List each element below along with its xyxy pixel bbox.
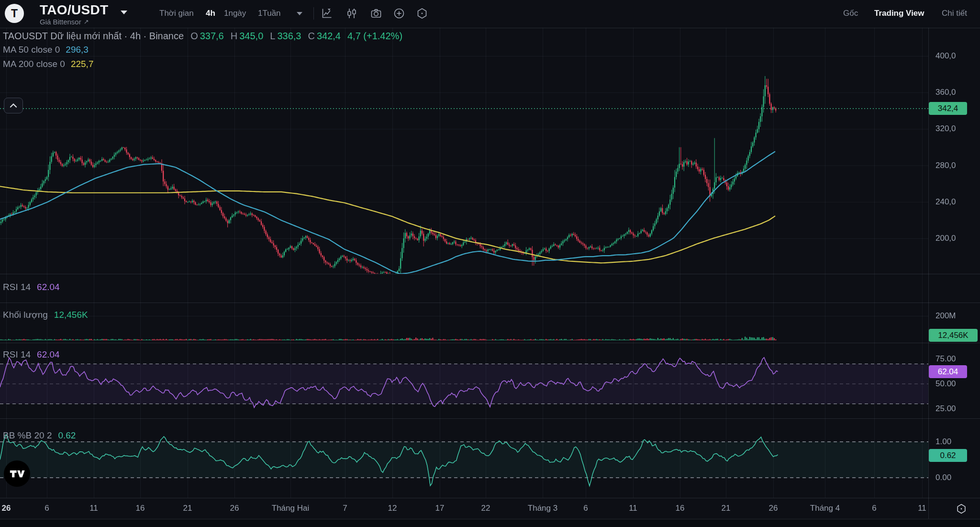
hexagon-dot-icon — [416, 7, 428, 20]
ma200-value: 225,7 — [71, 59, 94, 69]
tradingview-logo[interactable] — [4, 460, 30, 487]
time-axis-label: 26 — [230, 504, 239, 513]
price-axis-label: 320,0 — [935, 124, 956, 134]
candlestick-icon — [345, 7, 358, 20]
rsi-label: RSI 14 — [3, 349, 31, 360]
time-axis-label: 11 — [918, 504, 926, 513]
chart-settings-button[interactable] — [415, 7, 429, 20]
ma200-label: MA 200 close 0 — [3, 59, 65, 69]
volume-value: 12,456K — [54, 310, 88, 320]
rsi-axis-label: 25.00 — [935, 404, 956, 414]
price-axis-label: 240,0 — [935, 197, 956, 207]
legend-title[interactable]: TAOUSDT Dữ liệu mới nhất · 4h · Binance — [3, 31, 184, 42]
rsi-badge: 62.04 — [929, 365, 967, 378]
tradingview-logo-icon — [9, 469, 25, 479]
symbol-title[interactable]: TAO/USDT — [40, 2, 108, 18]
toolbar-divider — [313, 7, 314, 20]
time-axis-label: 6 — [872, 504, 876, 513]
ohlc-open: O337,6 — [190, 31, 224, 42]
time-axis-label: 16 — [676, 504, 685, 513]
volume-badge: 12,456K — [929, 329, 978, 342]
price-chart-canvas[interactable] — [0, 0, 980, 527]
chart-style-button[interactable] — [320, 7, 334, 20]
ma50-legend[interactable]: MA 50 close 0 296,3 — [3, 45, 89, 55]
time-axis-label: 17 — [435, 504, 445, 513]
timeframe-label: Thời gian — [159, 9, 194, 18]
symbol-logo-letter: T — [11, 7, 18, 20]
time-axis-label: 22 — [481, 504, 490, 513]
bbp-value: 0.62 — [58, 430, 76, 441]
rsi-value: 62.04 — [37, 349, 60, 360]
time-axis-label: 7 — [343, 504, 347, 513]
camera-icon — [370, 7, 382, 20]
time-axis-label: 6 — [583, 504, 588, 513]
interval-1day-button[interactable]: 1ngày — [224, 9, 246, 18]
time-axis-label: 12 — [388, 504, 397, 513]
tab-chi-tiet[interactable]: Chi tiết — [942, 9, 967, 18]
bbp-axis-label: 0.00 — [935, 473, 951, 482]
interval-1week-button[interactable]: 1Tuần — [258, 9, 281, 18]
ma50-label: MA 50 close 0 — [3, 45, 60, 55]
ma50-value: 296,3 — [66, 45, 89, 55]
collapse-indicators-button[interactable] — [4, 98, 23, 113]
chevron-up-icon — [10, 103, 17, 108]
current-price-badge: 342,4 — [929, 102, 967, 115]
rsi-legend[interactable]: RSI 14 62.04 — [3, 349, 60, 360]
bbp-badge: 0.62 — [929, 449, 967, 462]
volume-axis-label: 200M — [935, 311, 956, 321]
trading-chart-page: T TAO/USDT Giá Bittensor ↗ Thời gian 4h … — [0, 0, 980, 527]
ohlc-high: H345,0 — [231, 31, 264, 42]
time-axis-label: 26 — [2, 504, 11, 513]
line-chart-icon — [321, 7, 333, 20]
tab-goc[interactable]: Gốc — [843, 9, 858, 18]
time-axis-label: 6 — [45, 504, 49, 513]
tab-trading-view[interactable]: Trading View — [874, 9, 924, 18]
time-axis-label: 11 — [89, 504, 98, 513]
add-indicator-button[interactable] — [392, 7, 406, 20]
rsi-collapsed-legend[interactable]: RSI 14 62.04 — [3, 282, 60, 292]
time-axis-label: 21 — [722, 504, 731, 513]
rsi-collapsed-label: RSI 14 — [3, 282, 31, 292]
time-axis-label: Tháng 3 — [528, 504, 557, 513]
rsi-axis-label: 75.00 — [935, 354, 956, 364]
time-axis-label: Tháng 4 — [810, 504, 840, 513]
time-axis-settings-button[interactable] — [952, 501, 970, 516]
ma200-legend[interactable]: MA 200 close 0 225,7 — [3, 59, 93, 69]
indicator-candles-button[interactable] — [345, 7, 358, 20]
volume-label: Khối lượng — [3, 310, 48, 320]
price-change: 4,7 (+1.42%) — [347, 31, 402, 42]
price-axis-label: 280,0 — [935, 161, 956, 170]
external-link-icon: ↗ — [84, 18, 89, 25]
ohlc-close: C342,4 — [308, 31, 341, 42]
interval-more-caret-icon[interactable] — [297, 12, 302, 15]
price-axis-label: 400,0 — [935, 51, 956, 61]
bbp-label: BB %B 20 2 — [3, 430, 52, 441]
time-axis-label: 26 — [769, 504, 778, 513]
rsi-collapsed-value: 62.04 — [37, 282, 60, 292]
bbp-legend[interactable]: BB %B 20 2 0.62 — [3, 430, 76, 441]
time-axis-label: 11 — [629, 504, 637, 513]
bbp-axis-label: 1.00 — [935, 437, 951, 447]
chart-legend: TAOUSDT Dữ liệu mới nhất · 4h · Binance … — [3, 31, 402, 42]
volume-legend[interactable]: Khối lượng 12,456K — [3, 310, 88, 320]
price-axis-label: 360,0 — [935, 88, 956, 97]
ohlc-low: L336,3 — [270, 31, 301, 42]
subtitle-text: Giá Bittensor — [40, 18, 81, 26]
snapshot-button[interactable] — [369, 7, 383, 20]
time-axis-label: 16 — [136, 504, 145, 513]
interval-4h-button[interactable]: 4h — [206, 9, 215, 18]
rsi-axis-label: 50.00 — [935, 379, 956, 389]
symbol-dropdown-caret-icon[interactable] — [121, 11, 127, 14]
symbol-subtitle-link[interactable]: Giá Bittensor ↗ — [40, 18, 89, 26]
time-axis-label: 21 — [183, 504, 192, 513]
price-axis-label: 200,0 — [935, 234, 956, 243]
time-axis-label: Tháng Hai — [272, 504, 309, 513]
plus-circle-icon — [393, 7, 405, 20]
settings-hexagon-icon — [956, 503, 967, 515]
symbol-logo: T — [5, 4, 24, 23]
